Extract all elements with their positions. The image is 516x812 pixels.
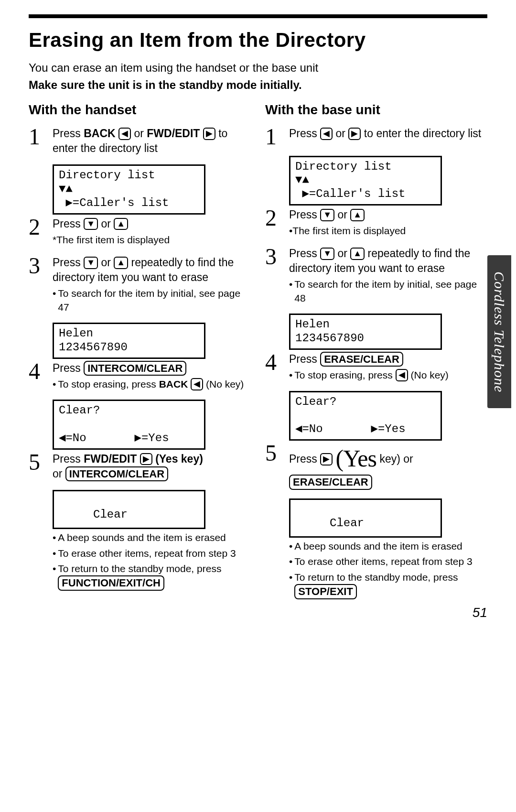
step-number: 2: [265, 207, 281, 228]
side-tab: Cordless Telephone: [487, 255, 511, 408]
text: A beep sounds and the item is erased: [58, 531, 226, 544]
intercom-clear-button: INTERCOM/CLEAR: [65, 466, 168, 482]
text: Press: [53, 256, 84, 269]
text: or: [53, 467, 65, 480]
text: To return to the standby mode, press: [58, 563, 221, 574]
screen-line: Clear: [59, 508, 128, 521]
text: (No key): [206, 379, 244, 390]
text: or: [337, 247, 350, 260]
text: to enter the directory list: [364, 127, 481, 140]
text: Press: [289, 353, 320, 365]
down-arrow-icon: ▼: [320, 248, 334, 260]
text: or: [101, 217, 114, 230]
right-arrow-icon: ▶: [140, 453, 152, 466]
step-number: 2: [29, 217, 45, 237]
text: To erase other items, repeat from step 3: [58, 547, 236, 560]
note: *The first item is displayed: [53, 233, 251, 247]
text: Press: [289, 127, 320, 140]
base-step-5: 5 Press ▶ (Yes key) or ERASE/CLEAR: [265, 443, 487, 490]
step-body: Press INTERCOM/CLEAR To stop erasing, pr…: [53, 361, 251, 391]
right-arrow-icon: ▶: [348, 128, 361, 140]
step-body: Press BACK ◀ or FWD/EDIT ▶ to enter the …: [53, 126, 251, 156]
text: To erase other items, repeat from step 3: [294, 555, 472, 568]
lcd-screen: Directory list ▼▲ ▶=Caller's list: [53, 164, 205, 214]
handset-heading: With the handset: [29, 102, 251, 118]
screen-line: Directory list: [295, 160, 392, 173]
erase-clear-button: ERASE/CLEAR: [289, 475, 372, 490]
screen-line: Helen: [295, 318, 330, 331]
right-arrow-icon: ▶: [320, 453, 333, 466]
left-arrow-icon: ◀: [191, 378, 203, 390]
up-arrow-icon: ▲: [350, 248, 365, 260]
bullet: To stop erasing, press ◀ (No key): [289, 368, 487, 382]
function-exit-button: FUNCTION/EXIT/CH: [58, 575, 164, 591]
page-title: Erasing an Item from the Directory: [29, 29, 487, 52]
handset-step-2: 2 Press ▼ or ▲ *The first item is displa…: [29, 217, 251, 247]
bullet: To search for the item by initial, see p…: [53, 287, 251, 314]
bullet: A beep sounds and the item is erased: [289, 540, 487, 553]
text: To search for the item by initial, see p…: [294, 278, 487, 305]
text: Press: [53, 453, 84, 465]
screen-line: Clear: [295, 517, 364, 530]
handset-step-5: 5 Press FWD/EDIT ▶ (Yes key) or INTERCOM…: [29, 452, 251, 482]
text: Press: [289, 247, 320, 260]
note: •The first item is displayed: [289, 224, 487, 238]
text: key) or: [379, 453, 413, 465]
bullet: To search for the item by initial, see p…: [289, 278, 487, 305]
lcd-screen: Clear: [289, 498, 442, 538]
step-body: Press ▼ or ▲ repeatedly to find the dire…: [53, 255, 251, 314]
text: (No key): [410, 369, 448, 380]
handset-column: With the handset 1 Press BACK ◀ or FWD/E…: [29, 102, 251, 599]
text: or: [337, 208, 350, 221]
yes-label: (Yes key): [155, 453, 203, 465]
screen-line: 1234567890: [59, 341, 128, 354]
screen-line: Clear?: [295, 395, 336, 408]
bullet: To return to the standby mode, press FUN…: [53, 562, 251, 591]
screen-line: Clear?: [59, 404, 100, 417]
left-arrow-icon: ◀: [396, 369, 408, 381]
bullet: To erase other items, repeat from step 3: [53, 547, 251, 560]
erase-clear-button: ERASE/CLEAR: [320, 352, 403, 367]
left-arrow-icon: ◀: [118, 128, 131, 140]
screen-line: Directory list: [59, 169, 155, 182]
screen-line: ▼▲: [295, 173, 309, 186]
lcd-screen: Clear: [53, 490, 205, 529]
step-notes: A beep sounds and the item is erased To …: [53, 531, 251, 591]
up-arrow-icon: ▲: [350, 209, 365, 221]
text: Press: [53, 127, 84, 140]
back-label: BACK: [159, 379, 188, 390]
intro-bold: Make sure the unit is in the standby mod…: [29, 78, 487, 92]
screen-line: ◀=No ▶=Yes: [295, 422, 406, 435]
step-body: Press ◀ or ▶ to enter the directory list: [289, 126, 487, 141]
step-number: 4: [29, 361, 45, 381]
text: To stop erasing, press: [58, 379, 159, 390]
fwd-label: FWD/EDIT: [147, 127, 200, 140]
up-arrow-icon: ▲: [114, 257, 128, 269]
screen-line: ◀=No ▶=Yes: [59, 432, 169, 444]
screen-line: 1234567890: [295, 332, 364, 345]
bullet: To erase other items, repeat from step 3: [289, 555, 487, 568]
step-body: Press ▼ or ▲ *The first item is displaye…: [53, 217, 251, 247]
text: A beep sounds and the item is erased: [294, 540, 462, 553]
text: Press: [289, 208, 320, 221]
screen-line: ▶=Caller's list: [59, 196, 169, 209]
lcd-screen: Helen 1234567890: [53, 323, 205, 359]
screen-line: ▶=Caller's list: [295, 187, 405, 200]
base-step-4: 4 Press ERASE/CLEAR To stop erasing, pre…: [265, 352, 487, 382]
page-number: 51: [29, 605, 487, 620]
step-number: 1: [265, 126, 281, 147]
text: Press: [289, 453, 317, 465]
text: or: [101, 256, 114, 269]
text: To search for the item by initial, see p…: [58, 287, 251, 314]
step-body: Press ▼ or ▲ •The first item is displaye…: [289, 207, 487, 238]
down-arrow-icon: ▼: [320, 209, 334, 221]
intro-text: You can erase an item using the handset …: [29, 60, 487, 76]
back-label: BACK: [84, 127, 115, 140]
base-step-3: 3 Press ▼ or ▲ repeatedly to find the di…: [265, 246, 487, 305]
lcd-screen: Directory list ▼▲ ▶=Caller's list: [289, 156, 442, 206]
base-column: With the base unit 1 Press ◀ or ▶ to ent…: [265, 102, 487, 599]
top-rule: [29, 14, 487, 18]
intercom-clear-button: INTERCOM/CLEAR: [84, 361, 186, 376]
bullet: A beep sounds and the item is erased: [53, 531, 251, 544]
left-arrow-icon: ◀: [320, 128, 333, 140]
